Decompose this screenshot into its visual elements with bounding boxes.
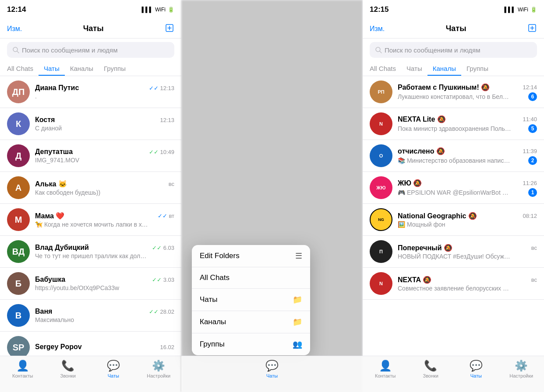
context-menu: Edit Folders☰All ChatsЧаты📁Каналы📁Группы… [192,245,310,355]
chat-item-5[interactable]: ВДВлад Дубицкий✓✓ 6.03Че то тут не прише… [0,236,181,268]
channel-avatar-5: П [370,240,392,263]
chat-name-5: Влад Дубицкий [35,244,89,252]
channel-badge-2: 2 [528,156,537,165]
right-search-bar[interactable]: Поиск по сообщениям и людям [363,38,544,61]
channel-badge-0: 6 [528,92,537,101]
channel-item-6[interactable]: NNEXTA 🔕всСовместное заявление белорусск… [363,268,544,300]
chat-preview-5: Че то тут не пришел траллик как должен, … [35,252,149,259]
ctx-icon-4: 👥 [293,340,302,349]
channel-item-2[interactable]: Оотчислено 🔕11:39📚 Министерство образова… [363,140,544,172]
channel-name-0: Работаем с Пушкиным! 🔕 [398,83,490,91]
avatar-4: М [7,208,30,231]
chat-content-0: Диана Путис✓✓ 12:13. [35,84,174,100]
left-tab-3[interactable]: Группы [99,61,131,76]
left-tab-1[interactable]: Чаты [39,61,65,76]
left-search-bar[interactable]: Поиск по сообщениям и людям [0,38,181,61]
left-compose-button[interactable] [165,23,174,35]
channel-item-0[interactable]: РПРаботаем с Пушкиным! 🔕12:14Лукашенко к… [363,76,544,108]
avatar-6: Б [7,272,30,295]
chat-content-3: Алька 🐱всКак свободен будешь)) [35,180,174,196]
right-tab-3[interactable]: Группы [461,61,494,76]
chat-content-2: Депутатша✓✓ 10:49IMG_9741.MOV [35,148,174,164]
channel-content-6: NEXTA 🔕всСовместное заявление белорусски… [398,276,537,292]
left-tab-0[interactable]: All Chats [0,61,39,76]
channel-preview-2: 📚 Министерство образования написало, что… [398,157,512,164]
channel-time-0: 12:14 [523,84,537,91]
left-bottom-контакты[interactable]: 👤Контакты [5,360,40,378]
right-bottom-звонки[interactable]: 📞Звонки [413,360,448,378]
left-bottom-icon-0: 👤 [16,360,29,372]
right-nav-bar: Изм. Чаты [363,19,544,38]
right-bottom-настройки[interactable]: ⚙️Настройки [504,360,539,378]
right-bottom-чаты[interactable]: 💬Чаты [459,360,494,378]
chat-item-4[interactable]: ММама ❤️✓✓ вт🦮 Когда не хочется мочить л… [0,204,181,236]
left-nav-bar: Изм. Чаты [0,19,181,38]
chat-time-7: ✓✓ 28.02 [149,308,174,315]
chat-name-1: Костя [35,116,55,124]
left-bottom-label-2: Чаты [108,373,119,378]
chat-preview-7: Максимально [35,316,74,323]
right-panel: 12:15 ▌▌▌ WiFi 🔋 Изм. Чаты Поиск по сооб… [363,0,544,392]
channel-item-4[interactable]: NGNational Geographic 🔕08:12🖼️ Мощный фо… [363,204,544,236]
avatar-5: ВД [7,240,30,263]
left-bottom-label-3: Настройки [147,373,170,378]
chat-name-4: Мама ❤️ [35,212,64,220]
chat-name-7: Ваня [35,308,52,315]
left-tab-2[interactable]: Каналы [65,61,99,76]
right-tab-0[interactable]: All Chats [363,61,401,76]
left-bottom-label-0: Контакты [12,373,33,378]
left-title: Чаты [83,24,104,33]
channel-preview-0: Лукашенко констатировал, что в Беларуси … [398,93,512,100]
right-signal-icon: ▌▌▌ [504,7,516,13]
chat-item-8[interactable]: SPSergey Popov16.02 [0,332,181,356]
chat-item-6[interactable]: ББабушка✓✓ 3.03https://youtu.be/OtXq9PCa… [0,268,181,300]
left-bottom-чаты[interactable]: 💬Чаты [96,360,131,378]
left-bottom-bar: 👤Контакты📞Звонки💬Чаты⚙️Настройки [0,356,181,392]
channel-name-3: ЖЮ 🔕 [398,179,422,187]
right-time: 12:15 [370,5,389,14]
chat-name-2: Депутатша [35,148,73,156]
chat-preview-4: 🦮 Когда не хочется мочить лапки в холодн… [35,221,149,228]
middle-bottom-chats[interactable]: 💬 Чаты [254,360,290,378]
ctx-item-0[interactable]: Edit Folders☰ [192,245,310,267]
ctx-label-2: Чаты [200,295,217,304]
channel-avatar-4: NG [370,208,392,231]
channel-badge-3: 1 [528,188,537,197]
left-bottom-звонки[interactable]: 📞Звонки [50,360,85,378]
left-chat-list: ДПДиана Путис✓✓ 12:13.ККостя12:13С диано… [0,76,181,356]
left-edit-button[interactable]: Изм. [7,25,22,33]
ctx-item-3[interactable]: Каналы📁 [192,311,310,333]
left-search-input[interactable]: Поиск по сообщениям и людям [7,42,174,58]
middle-panel: Edit Folders☰All ChatsЧаты📁Каналы📁Группы… [181,0,363,392]
chat-time-8: 16.02 [160,344,174,350]
ctx-item-1[interactable]: All Chats [192,267,310,289]
right-tab-1[interactable]: Чаты [401,61,427,76]
chat-time-3: вс [169,181,174,187]
chat-item-1[interactable]: ККостя12:13С дианой [0,108,181,140]
channel-item-3[interactable]: ЖЮЖЮ 🔕11:26🎮 EPSILION WAR @EpsilionWarBo… [363,172,544,204]
channel-content-3: ЖЮ 🔕11:26🎮 EPSILION WAR @EpsilionWarBot … [398,179,537,197]
chat-item-0[interactable]: ДПДиана Путис✓✓ 12:13. [0,76,181,108]
channel-time-6: вс [531,276,537,283]
chat-name-3: Алька 🐱 [35,180,67,188]
chat-item-2[interactable]: ДДепутатша✓✓ 10:49IMG_9741.MOV [0,140,181,172]
chat-item-3[interactable]: ААлька 🐱всКак свободен будешь)) [0,172,181,204]
right-tab-2[interactable]: Каналы [427,61,461,76]
channel-name-4: National Geographic 🔕 [398,212,477,220]
avatar-2: Д [7,144,30,167]
right-compose-button[interactable] [527,23,537,35]
left-bottom-label-1: Звонки [60,373,76,378]
left-bottom-настройки[interactable]: ⚙️Настройки [141,360,176,378]
chat-item-7[interactable]: ВВаня✓✓ 28.02Максимально [0,300,181,332]
ctx-label-1: All Chats [200,273,230,282]
channel-item-1[interactable]: NNEXTA Lite 🔕11:40Пока министр здравоохр… [363,108,544,140]
right-edit-button[interactable]: Изм. [370,25,385,33]
channel-item-5[interactable]: ППоперечный 🔕всНОВЫЙ ПОДКАСТ #БезДуши! О… [363,236,544,268]
left-tabs: All ChatsЧатыКаналыГруппы [0,61,181,76]
right-search-input[interactable]: Поиск по сообщениям и людям [370,42,537,58]
ctx-item-4[interactable]: Группы👥 [192,333,310,355]
chat-time-4: ✓✓ вт [158,213,174,219]
right-bottom-контакты[interactable]: 👤Контакты [368,360,403,378]
ctx-item-2[interactable]: Чаты📁 [192,289,310,311]
right-bottom-icon-1: 📞 [424,360,437,372]
